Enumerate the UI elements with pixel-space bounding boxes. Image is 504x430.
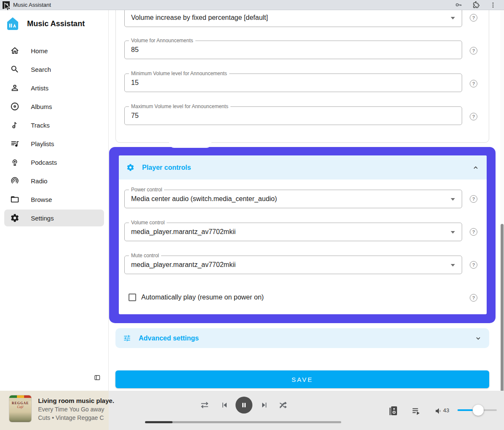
app-title: Music Assistant: [27, 19, 85, 28]
sidebar: Music Assistant Home Search Artists Albu…: [0, 10, 109, 391]
chevron-up-icon[interactable]: [472, 164, 479, 171]
window-titlebar: Music Assistant: [0, 0, 504, 10]
advanced-settings-header[interactable]: Advanced settings: [115, 328, 489, 348]
tracks-icon: [10, 120, 19, 130]
save-button[interactable]: SAVE: [115, 370, 489, 388]
kebab-menu-icon[interactable]: [490, 1, 496, 9]
pause-button[interactable]: [236, 397, 252, 414]
volume-for-announcements-field[interactable]: Volume for Announcements 85: [124, 41, 462, 59]
volume-slider[interactable]: [457, 409, 497, 411]
help-icon[interactable]: ?: [470, 195, 477, 203]
sidebar-item-label: Artists: [31, 84, 49, 92]
player-controls-section: Player controls Power control Media cent…: [109, 147, 496, 323]
chevron-down-icon: [475, 335, 482, 342]
volume-control-select[interactable]: Volume control media_player.marantz_av77…: [124, 223, 462, 241]
cog-icon: [126, 163, 134, 171]
section-title: Player controls: [142, 164, 472, 171]
sidebar-item-browse[interactable]: Browse: [4, 191, 104, 208]
help-icon[interactable]: ?: [470, 294, 477, 302]
queue-playlist-icon[interactable]: [411, 406, 421, 416]
autoplay-checkbox[interactable]: [129, 294, 136, 301]
settings-content: Volume increase by fixed percentage [def…: [109, 10, 504, 391]
chevron-down-icon: [451, 17, 455, 19]
speaker-group-icon[interactable]: [388, 406, 398, 416]
player-bar: REGGAE Café Living room music playe. Eve…: [0, 391, 504, 430]
progress-bar[interactable]: [145, 421, 341, 423]
key-icon[interactable]: [455, 1, 463, 9]
sidebar-item-label: Podcasts: [31, 159, 57, 166]
now-playing-album: Cuts • Vintage Reggae C: [38, 414, 108, 421]
sidebar-item-label: Radio: [31, 177, 47, 185]
sidebar-item-tracks[interactable]: Tracks: [4, 117, 104, 133]
repeat-icon[interactable]: [200, 401, 209, 409]
radio-icon: [10, 176, 19, 185]
search-icon: [10, 65, 19, 74]
sidebar-item-label: Search: [31, 66, 51, 73]
power-control-select[interactable]: Power control Media center audio (switch…: [124, 190, 462, 208]
sidebar-item-settings[interactable]: Settings: [4, 210, 104, 226]
window-title: Music Assistant: [13, 2, 455, 8]
autoplay-label: Automatically play (resume on power on): [141, 294, 264, 301]
sidebar-item-label: Playlists: [31, 140, 54, 147]
artists-icon: [10, 83, 19, 93]
sidebar-item-label: Settings: [31, 215, 54, 222]
now-playing-track: Every Time You Go away: [38, 406, 108, 413]
volume-fill: [457, 409, 473, 411]
help-icon[interactable]: ?: [470, 47, 477, 54]
player-controls-header[interactable]: Player controls: [119, 155, 487, 180]
chevron-down-icon: [451, 264, 455, 267]
sidebar-item-search[interactable]: Search: [4, 61, 104, 78]
sidebar-item-podcasts[interactable]: Podcasts: [4, 154, 104, 171]
sidebar-item-label: Tracks: [31, 122, 49, 129]
help-icon[interactable]: ?: [470, 228, 477, 236]
min-volume-field[interactable]: Minimum Volume level for Announcements 1…: [124, 73, 462, 92]
page-scrollbar[interactable]: [500, 10, 504, 391]
chevron-down-icon: [451, 231, 455, 234]
help-icon[interactable]: ?: [470, 14, 477, 22]
sidebar-item-label: Browse: [31, 196, 52, 203]
extensions-puzzle-icon[interactable]: [472, 1, 480, 9]
sidebar-item-albums[interactable]: Albums: [4, 98, 104, 115]
sidebar-item-label: Home: [31, 47, 48, 54]
sidebar-item-artists[interactable]: Artists: [4, 79, 104, 96]
mute-control-select[interactable]: Mute control media_player.marantz_av7702…: [124, 256, 462, 274]
album-art[interactable]: REGGAE Café: [9, 395, 31, 422]
playlists-icon: [10, 139, 19, 148]
home-icon: [10, 46, 19, 55]
pause-icon: [241, 402, 247, 408]
sidebar-item-radio[interactable]: Radio: [4, 172, 104, 189]
sidebar-item-home[interactable]: Home: [4, 42, 104, 59]
shuffle-off-icon[interactable]: [278, 400, 288, 410]
section-title: Advanced settings: [139, 335, 475, 342]
help-icon[interactable]: ?: [470, 113, 477, 120]
settings-icon: [10, 213, 19, 223]
help-icon[interactable]: ?: [470, 80, 477, 87]
scroll-pill-artifact: [169, 139, 211, 148]
volume-strategy-select[interactable]: Volume increase by fixed percentage [def…: [124, 10, 462, 27]
mouse-cursor: [4, 3, 11, 12]
scrollbar-thumb[interactable]: [501, 224, 504, 391]
tune-icon: [123, 334, 131, 342]
sidebar-item-playlists[interactable]: Playlists: [4, 135, 104, 152]
collapse-sidebar-icon[interactable]: [94, 374, 101, 381]
chevron-down-icon: [451, 198, 455, 201]
now-playing-player-name: Living room music playe.: [38, 397, 108, 404]
max-volume-field[interactable]: Maximum Volume level for Announcements 7…: [124, 106, 462, 125]
browse-icon: [10, 195, 19, 204]
skip-previous-icon[interactable]: [220, 401, 229, 409]
now-playing-panel[interactable]: REGGAE Café Living room music playe. Eve…: [0, 391, 109, 430]
volume-thumb[interactable]: [473, 405, 484, 416]
albums-icon: [10, 102, 19, 111]
volume-level: 43: [443, 407, 449, 414]
sidebar-item-label: Albums: [31, 103, 52, 110]
podcasts-icon: [10, 158, 19, 167]
progress-played: [145, 421, 173, 423]
skip-next-icon[interactable]: [260, 401, 268, 409]
music-assistant-logo: [5, 16, 20, 31]
volume-icon[interactable]: [435, 407, 443, 415]
help-icon[interactable]: ?: [470, 261, 477, 269]
